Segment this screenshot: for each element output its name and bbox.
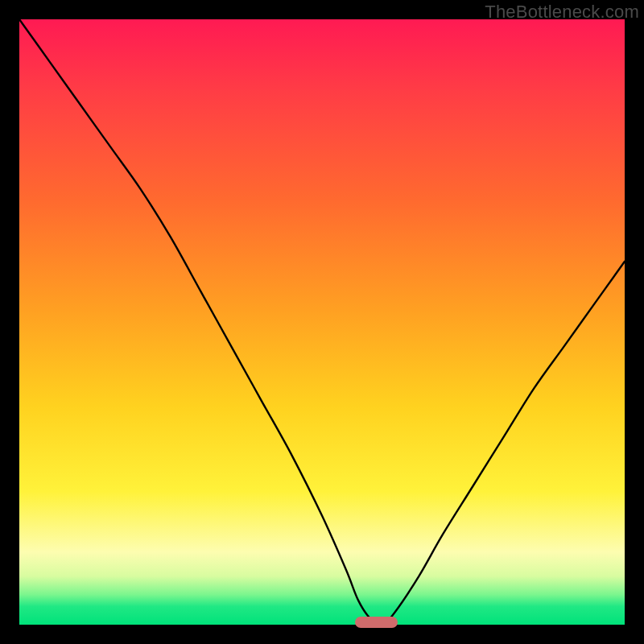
curve-path xyxy=(19,19,625,625)
bottleneck-curve xyxy=(19,19,625,625)
optimal-marker xyxy=(355,617,398,628)
plot-area xyxy=(19,19,625,625)
chart-frame: TheBottleneck.com xyxy=(0,0,644,644)
